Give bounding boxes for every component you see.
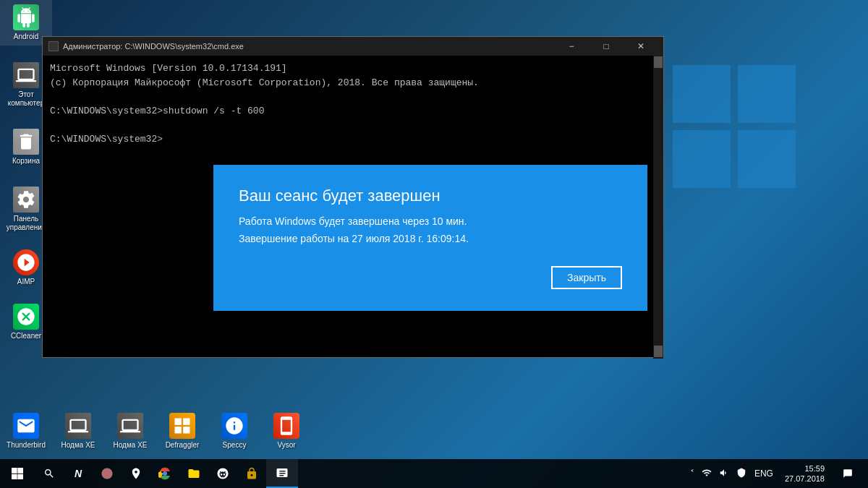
- win-tile-br: [738, 130, 796, 188]
- dialog-close-button[interactable]: Закрыть: [551, 266, 622, 289]
- scrollbar-thumb-bottom[interactable]: [654, 346, 663, 357]
- tray-vpn-icon[interactable]: [734, 468, 749, 480]
- defraggler-icon: [169, 413, 195, 439]
- trash-icon: [13, 129, 39, 155]
- cmd-maximize-button[interactable]: □: [590, 37, 623, 56]
- desktop-icon-speccy[interactable]: Speccy: [208, 408, 260, 454]
- taskbar-clock[interactable]: 15:59 27.07.2018: [779, 463, 830, 484]
- cmd-title-area: Администратор: C:\WINDOWS\system32\cmd.e…: [48, 41, 244, 51]
- android-icon: [13, 4, 39, 30]
- cmd-title-text: Администратор: C:\WINDOWS\system32\cmd.e…: [63, 42, 244, 51]
- speccy-icon: [221, 413, 247, 439]
- modem-2-label: Нодма XE: [114, 441, 148, 450]
- tray-network-icon[interactable]: [699, 468, 714, 480]
- svg-rect-1: [183, 419, 190, 425]
- defraggler-label: Defraggler: [166, 441, 200, 450]
- desktop-icon-modem-1[interactable]: Нодма XE: [52, 408, 104, 454]
- vysor-label: Vysor: [277, 441, 295, 450]
- desktop-icons-bottom: Thunderbird Нодма XE Нодма XE Defraggler…: [0, 408, 312, 455]
- thunderbird-label: Thunderbird: [7, 441, 46, 450]
- thunderbird-icon: [13, 413, 39, 439]
- aimp-icon: [13, 249, 39, 275]
- taskbar-keepass-button[interactable]: [237, 459, 266, 488]
- taskbar-search-button[interactable]: [35, 459, 64, 488]
- win-tile-bl: [673, 130, 731, 188]
- cmd-line-2: (с) Корпорация Майкрософт (Microsoft Cor…: [50, 76, 656, 90]
- desktop: Android Этот компьютер Корзина Панель уп…: [0, 0, 868, 488]
- aimp-label: AIMP: [17, 278, 35, 286]
- ccleaner-icon: [13, 304, 39, 330]
- desktop-icon-defraggler[interactable]: Defraggler: [156, 408, 208, 454]
- start-button[interactable]: [0, 459, 35, 488]
- speccy-label: Speccy: [223, 441, 247, 450]
- dialog-title: Ваш сеанс будет завершен: [239, 187, 622, 205]
- trash-label: Корзина: [12, 157, 40, 166]
- modem-2-icon: [117, 413, 143, 439]
- win-tile-tl: [673, 65, 731, 123]
- modem-1-label: Нодма XE: [61, 441, 95, 450]
- taskbar-network-button[interactable]: [122, 459, 150, 488]
- shutdown-dialog: Ваш сеанс будет завершен Работа Windows …: [213, 165, 647, 311]
- dialog-body: Работа Windows будет завершена через 10 …: [239, 215, 622, 227]
- svg-point-5: [163, 471, 167, 476]
- taskbar-cmd-item[interactable]: [266, 459, 298, 488]
- win-tile-tr: [738, 65, 796, 123]
- cp-icon: [13, 187, 39, 213]
- ccleaner-label: CCleaner: [11, 332, 41, 341]
- tray-volume-icon[interactable]: [717, 468, 731, 480]
- tray-lang[interactable]: ENG: [752, 468, 776, 479]
- taskbar-firefox-button[interactable]: [93, 459, 122, 488]
- android-label: Android: [14, 33, 38, 41]
- cmd-minimize-button[interactable]: −: [555, 37, 588, 56]
- desktop-icon-modem-2[interactable]: Нодма XE: [104, 408, 156, 454]
- notification-center-button[interactable]: [833, 459, 862, 488]
- cmd-line-6: C:\WINDOWS\system32>: [50, 132, 656, 147]
- taskbar-explorer-button[interactable]: [179, 459, 208, 488]
- windows-logo-decoration: [673, 65, 817, 210]
- cmd-window-controls: − □ ✕: [555, 37, 658, 56]
- cmd-line-4: C:\WINDOWS\system32>shutdown /s -t 600: [50, 104, 656, 119]
- cmd-title-icon: [48, 41, 59, 51]
- svg-rect-2: [175, 427, 182, 433]
- taskbar: N ˂: [0, 459, 868, 488]
- cmd-line-1: Microsoft Windows [Version 10.0.17134.19…: [50, 61, 656, 76]
- svg-rect-3: [183, 427, 190, 433]
- cmd-content: Microsoft Windows [Version 10.0.17134.19…: [43, 56, 663, 152]
- desktop-icon-thunderbird[interactable]: Thunderbird: [0, 408, 52, 454]
- taskbar-chrome-button[interactable]: [150, 459, 179, 488]
- desktop-icon-vysor[interactable]: Vysor: [260, 408, 312, 454]
- cmd-scrollbar[interactable]: [653, 56, 663, 359]
- taskbar-snipping-button[interactable]: [208, 459, 237, 488]
- cmd-line-5: [50, 118, 656, 132]
- modem-1-icon: [65, 413, 91, 439]
- cmd-close-button[interactable]: ✕: [624, 37, 658, 56]
- taskbar-cortana-button[interactable]: N: [64, 459, 93, 488]
- pc-icon: [13, 62, 39, 88]
- tray-chevron[interactable]: ˂: [688, 468, 697, 479]
- clock-time: 15:59: [785, 463, 825, 474]
- vysor-icon: [273, 413, 299, 439]
- cmd-line-3: [50, 90, 656, 104]
- svg-rect-0: [175, 419, 182, 425]
- clock-date: 27.07.2018: [785, 474, 825, 484]
- scrollbar-thumb-top[interactable]: [654, 56, 663, 68]
- cmd-titlebar: Администратор: C:\WINDOWS\system32\cmd.e…: [43, 37, 663, 56]
- dialog-date: Завершение работы на 27 июля 2018 г. 16:…: [239, 233, 622, 244]
- taskbar-tray: ˂ ENG 15:59 27.07.2018: [688, 459, 868, 488]
